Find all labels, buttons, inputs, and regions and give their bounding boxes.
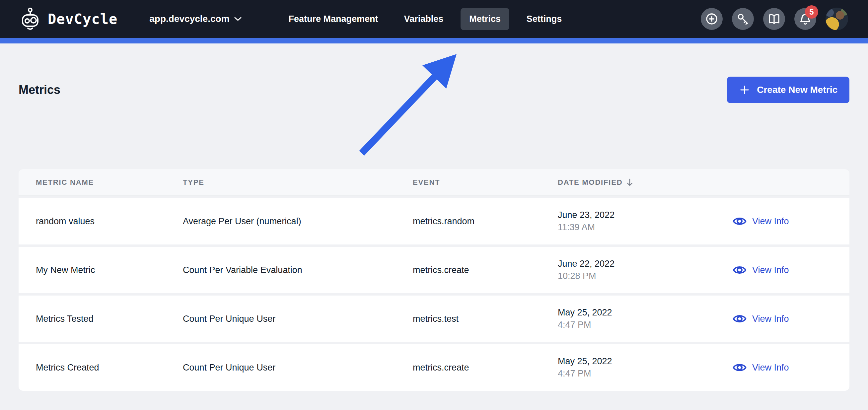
metric-name-cell: Metrics Tested [36,314,183,324]
time-value: 4:47 PM [558,369,732,379]
notification-badge: 5 [805,5,818,19]
metrics-table: METRIC NAME TYPE EVENT DATE MODIFIED ran… [19,169,849,391]
create-new-metric-label: Create New Metric [757,85,837,95]
date-modified-cell: June 23, 2022 11:39 AM [558,210,732,232]
devcycle-logo[interactable]: DevCycle [20,7,118,31]
column-header-date-modified[interactable]: DATE MODIFIED [558,178,732,187]
table-row: My New Metric Count Per Variable Evaluat… [19,247,849,293]
plus-icon [739,84,750,96]
metric-name-cell: Metrics Created [36,362,183,373]
time-value: 10:28 PM [558,271,732,281]
eye-icon [732,313,747,324]
date-value: June 22, 2022 [558,259,732,269]
column-header-event[interactable]: EVENT [413,178,558,187]
add-button[interactable] [701,8,723,30]
metric-name-cell: My New Metric [36,265,183,275]
book-icon [768,12,781,26]
date-modified-cell: May 25, 2022 4:47 PM [558,356,732,379]
date-value: June 23, 2022 [558,210,732,220]
sort-descending-icon [626,178,634,187]
table-row: Metrics Created Count Per Unique User me… [19,344,849,391]
nav-item-metrics[interactable]: Metrics [461,8,509,30]
eye-icon [732,264,747,276]
notifications-button[interactable]: 5 [794,8,816,30]
view-info-link[interactable]: View Info [732,313,832,324]
devcycle-robot-icon [20,7,40,31]
view-info-label: View Info [752,362,789,373]
key-icon [736,12,749,26]
org-selector-dropdown[interactable]: app.devcycle.com [149,13,241,24]
table-row: random values Average Per User (numerica… [19,198,849,245]
type-cell: Count Per Unique User [183,314,413,324]
date-value: May 25, 2022 [558,356,732,367]
event-cell: metrics.random [413,216,558,227]
view-info-label: View Info [752,216,789,227]
nav-item-feature-management[interactable]: Feature Management [280,8,387,30]
create-new-metric-button[interactable]: Create New Metric [727,76,849,103]
view-info-label: View Info [752,314,789,324]
event-cell: metrics.test [413,314,558,324]
org-selector-label: app.devcycle.com [149,13,229,24]
view-info-label: View Info [752,265,789,275]
date-value: May 25, 2022 [558,308,732,318]
nav-item-variables[interactable]: Variables [396,8,452,30]
metric-name-cell: random values [36,216,183,227]
metrics-page: Metrics Create New Metric METRIC NAME TY… [0,43,868,410]
type-cell: Count Per Unique User [183,362,413,373]
type-cell: Count Per Variable Evaluation [183,265,413,275]
api-keys-button[interactable] [732,8,754,30]
user-avatar[interactable] [826,8,848,30]
eye-icon [732,362,747,373]
table-row: Metrics Tested Count Per Unique User met… [19,295,849,342]
nav-item-settings[interactable]: Settings [518,8,571,30]
top-navigation-bar: DevCycle app.devcycle.com Feature Manage… [0,0,868,38]
main-nav: Feature Management Variables Metrics Set… [280,8,571,30]
date-modified-cell: May 25, 2022 4:47 PM [558,308,732,330]
view-info-link[interactable]: View Info [732,362,832,373]
time-value: 11:39 AM [558,222,732,232]
event-cell: metrics.create [413,265,558,275]
page-title: Metrics [19,83,60,97]
time-value: 4:47 PM [558,320,732,330]
column-header-type[interactable]: TYPE [183,178,413,187]
eye-icon [732,216,747,227]
nav-actions: 5 [701,8,848,30]
event-cell: metrics.create [413,362,558,373]
view-info-link[interactable]: View Info [732,216,832,227]
page-header: Metrics Create New Metric [19,43,849,103]
header-divider [19,116,849,116]
table-header-row: METRIC NAME TYPE EVENT DATE MODIFIED [19,169,849,196]
chevron-down-icon [234,17,242,21]
plus-circle-icon [705,12,718,26]
view-info-link[interactable]: View Info [732,264,832,276]
accent-bar [0,38,868,43]
docs-button[interactable] [763,8,785,30]
brand-name: DevCycle [48,11,118,27]
column-header-metric-name[interactable]: METRIC NAME [36,178,183,187]
type-cell: Average Per User (numerical) [183,216,413,227]
date-modified-cell: June 22, 2022 10:28 PM [558,259,732,281]
